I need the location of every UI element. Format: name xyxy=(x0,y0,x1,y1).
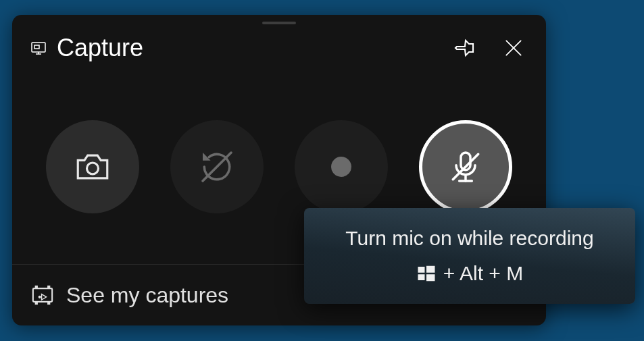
record-icon xyxy=(331,157,351,177)
mic-off-icon xyxy=(447,148,485,186)
see-captures-label: See my captures xyxy=(66,283,228,308)
header-actions xyxy=(450,33,528,63)
gallery-icon xyxy=(31,284,54,307)
svg-rect-16 xyxy=(47,302,50,305)
capture-icon xyxy=(30,39,47,57)
svg-rect-19 xyxy=(426,266,435,273)
tooltip-title: Turn mic on while recording xyxy=(345,227,593,250)
windows-key-icon xyxy=(416,263,437,284)
mic-toggle-button[interactable] xyxy=(419,120,512,213)
svg-rect-20 xyxy=(418,274,424,280)
screenshot-button[interactable] xyxy=(46,120,139,213)
svg-rect-13 xyxy=(35,286,38,288)
shortcut-text: + Alt + M xyxy=(443,262,523,285)
svg-rect-1 xyxy=(34,45,39,49)
svg-point-6 xyxy=(87,162,99,174)
mic-tooltip: Turn mic on while recording + Alt + M xyxy=(304,208,635,304)
svg-rect-15 xyxy=(47,286,50,288)
record-button[interactable] xyxy=(295,120,388,213)
panel-title: Capture xyxy=(57,34,450,62)
svg-rect-14 xyxy=(35,302,38,305)
svg-point-17 xyxy=(39,296,41,298)
tooltip-shortcut: + Alt + M xyxy=(416,262,523,285)
svg-rect-21 xyxy=(426,274,435,281)
drag-handle[interactable] xyxy=(262,22,296,24)
refresh-disabled-icon xyxy=(198,148,236,186)
svg-rect-18 xyxy=(418,267,424,273)
pin-button[interactable] xyxy=(450,33,480,63)
record-last-button[interactable] xyxy=(170,120,264,213)
svg-rect-0 xyxy=(32,43,45,52)
camera-icon xyxy=(73,147,112,186)
close-button[interactable] xyxy=(499,33,528,63)
